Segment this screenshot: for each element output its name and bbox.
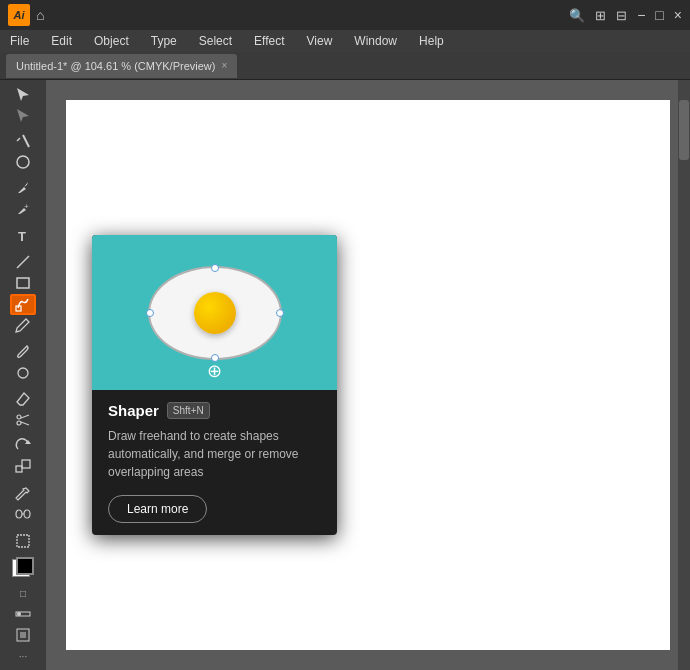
direct-selection-tool[interactable] (10, 105, 36, 125)
svg-rect-22 (20, 632, 26, 638)
rotate-tool[interactable] (10, 436, 36, 456)
svg-text:T: T (18, 229, 26, 244)
crosshair-icon: ⊕ (207, 360, 222, 382)
svg-line-0 (23, 135, 29, 147)
eraser-tool[interactable] (10, 389, 36, 409)
tab-label: Untitled-1* @ 104.61 % (CMYK/Preview) (16, 60, 215, 72)
search-icon[interactable]: 🔍 (569, 8, 585, 23)
menu-effect[interactable]: Effect (250, 32, 288, 50)
document-tab[interactable]: Untitled-1* @ 104.61 % (CMYK/Preview) × (6, 54, 237, 78)
tab-close-button[interactable]: × (221, 60, 227, 71)
type-tool[interactable]: T (10, 226, 36, 246)
scrollbar-thumb[interactable] (679, 100, 689, 160)
anchor-left (146, 309, 154, 317)
tooltip-description: Draw freehand to create shapes automatic… (108, 427, 321, 481)
svg-line-11 (21, 422, 29, 425)
toggle-icon1[interactable] (10, 605, 36, 625)
svg-point-7 (18, 368, 28, 378)
magic-wand-tool[interactable] (10, 131, 36, 151)
pencil-tool[interactable] (10, 316, 36, 336)
title-bar-controls: 🔍 ⊞ ⊟ − □ × (569, 7, 682, 23)
tab-bar: Untitled-1* @ 104.61 % (CMYK/Preview) × (0, 52, 690, 80)
add-anchor-tool[interactable]: + (10, 199, 36, 219)
vertical-scrollbar[interactable] (678, 80, 690, 670)
change-screen-mode[interactable]: □ (10, 584, 36, 604)
blob-brush-tool[interactable] (10, 363, 36, 383)
svg-rect-13 (16, 466, 22, 472)
maximize-button[interactable]: □ (655, 7, 663, 23)
svg-rect-5 (17, 278, 29, 288)
main-layout: + T (0, 80, 690, 670)
home-icon[interactable]: ⌂ (36, 7, 44, 23)
lasso-tool[interactable] (10, 152, 36, 172)
tooltip-title: Shaper (108, 402, 159, 419)
tooltip-body: Shaper Shft+N Draw freehand to create sh… (92, 390, 337, 535)
svg-point-8 (17, 415, 21, 419)
shaper-tooltip: ⊕ Shaper Shft+N Draw freehand to create … (92, 235, 337, 535)
rectangle-tool[interactable] (10, 273, 36, 293)
close-button[interactable]: × (674, 7, 682, 23)
svg-point-15 (16, 510, 22, 518)
brush-tool[interactable] (10, 342, 36, 362)
tooltip-title-row: Shaper Shft+N (108, 402, 321, 419)
canvas-area: ⊕ Shaper Shft+N Draw freehand to create … (46, 80, 690, 670)
more-tools[interactable]: ··· (10, 646, 36, 666)
svg-point-16 (24, 510, 30, 518)
toolbar: + T (0, 80, 46, 670)
artboard-tool[interactable] (10, 531, 36, 551)
pen-tool[interactable] (10, 178, 36, 198)
svg-line-4 (17, 256, 29, 268)
line-tool[interactable] (10, 252, 36, 272)
eyedropper-tool[interactable] (10, 484, 36, 504)
menu-window[interactable]: Window (350, 32, 401, 50)
menu-type[interactable]: Type (147, 32, 181, 50)
ai-logo: Ai (8, 4, 30, 26)
menu-edit[interactable]: Edit (47, 32, 76, 50)
scale-tool[interactable] (10, 457, 36, 477)
menu-object[interactable]: Object (90, 32, 133, 50)
minimize-button[interactable]: − (637, 7, 645, 23)
svg-rect-18 (17, 535, 29, 547)
shaper-tool[interactable] (10, 294, 36, 315)
egg-illustration (150, 268, 280, 358)
svg-point-20 (17, 612, 21, 616)
anchor-right (276, 309, 284, 317)
menu-help[interactable]: Help (415, 32, 448, 50)
toggle-icon2[interactable] (10, 625, 36, 645)
menu-file[interactable]: File (6, 32, 33, 50)
tooltip-shortcut: Shft+N (167, 402, 210, 419)
menu-bar: File Edit Object Type Select Effect View… (0, 30, 690, 52)
svg-point-9 (17, 421, 21, 425)
svg-text:+: + (24, 202, 29, 211)
panel-icon[interactable]: ⊟ (616, 8, 627, 23)
layout-icon[interactable]: ⊞ (595, 8, 606, 23)
selection-tool[interactable] (10, 84, 36, 104)
menu-view[interactable]: View (303, 32, 337, 50)
color-swatch[interactable] (10, 557, 36, 577)
anchor-top (211, 264, 219, 272)
svg-line-10 (21, 415, 29, 418)
blend-tool[interactable] (10, 504, 36, 524)
svg-rect-14 (22, 460, 30, 468)
egg-yolk (194, 292, 236, 334)
svg-line-1 (17, 138, 20, 141)
title-bar-left: Ai ⌂ (8, 4, 44, 26)
menu-select[interactable]: Select (195, 32, 236, 50)
tooltip-image: ⊕ (92, 235, 337, 390)
title-bar: Ai ⌂ 🔍 ⊞ ⊟ − □ × (0, 0, 690, 30)
scissors-tool[interactable] (10, 410, 36, 430)
stroke-color (16, 557, 34, 575)
learn-more-button[interactable]: Learn more (108, 495, 207, 523)
